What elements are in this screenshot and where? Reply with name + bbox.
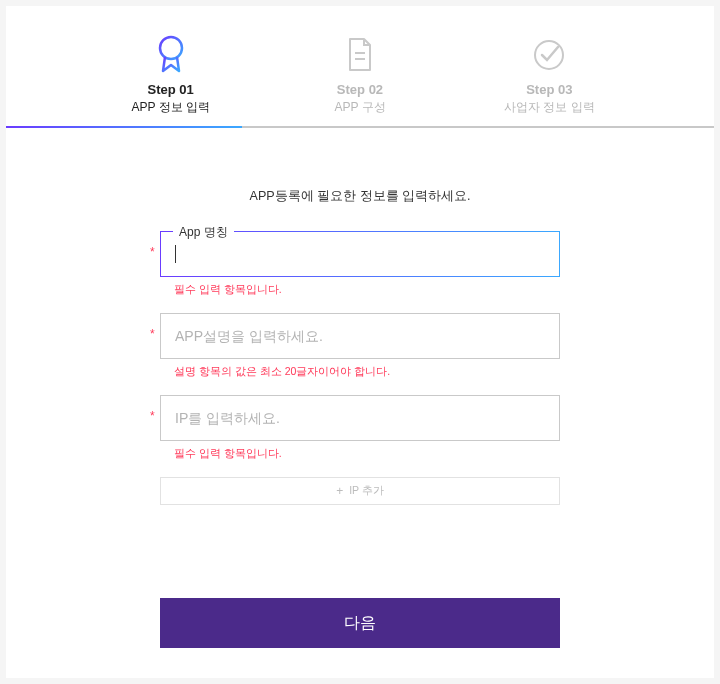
step-title: Step 02 <box>337 82 383 97</box>
app-name-input-wrapper[interactable]: App 명칭 <box>160 231 560 277</box>
form-intro: APP등록에 필요한 정보를 입력하세요. <box>160 188 560 205</box>
next-button-label: 다음 <box>344 614 376 631</box>
app-desc-input[interactable] <box>175 328 545 344</box>
svg-point-3 <box>535 41 563 69</box>
app-desc-input-wrapper[interactable] <box>160 313 560 359</box>
document-icon <box>345 34 375 76</box>
step-title: Step 03 <box>526 82 572 97</box>
step-subtitle: APP 구성 <box>334 99 385 116</box>
progress-bar <box>6 126 714 128</box>
step-subtitle: 사업자 정보 입력 <box>504 99 595 116</box>
app-desc-error: 설명 항목의 값은 최소 20글자이어야 합니다. <box>174 365 560 379</box>
field-app-name: * App 명칭 필수 입력 항목입니다. <box>160 231 560 297</box>
progress-fill <box>6 126 242 128</box>
ip-input[interactable] <box>175 410 545 426</box>
step-1: Step 01 APP 정보 입력 <box>76 34 265 116</box>
check-circle-icon <box>532 34 566 76</box>
required-marker: * <box>150 409 155 423</box>
step-title: Step 01 <box>148 82 194 97</box>
step-subtitle: APP 정보 입력 <box>131 99 209 116</box>
required-marker: * <box>150 327 155 341</box>
app-name-error: 필수 입력 항목입니다. <box>174 283 560 297</box>
add-ip-button[interactable]: + IP 추가 <box>160 477 560 505</box>
page: Step 01 APP 정보 입력 Step 02 APP 구성 <box>6 6 714 678</box>
required-marker: * <box>150 245 155 259</box>
svg-point-0 <box>160 37 182 59</box>
plus-icon: + <box>336 485 343 497</box>
app-name-label: App 명칭 <box>173 224 234 241</box>
field-app-desc: * 설명 항목의 값은 최소 20글자이어야 합니다. <box>160 313 560 379</box>
next-button[interactable]: 다음 <box>160 598 560 648</box>
step-2: Step 02 APP 구성 <box>265 34 454 116</box>
form: APP등록에 필요한 정보를 입력하세요. * App 명칭 필수 입력 항목입… <box>6 128 714 505</box>
ip-input-wrapper[interactable] <box>160 395 560 441</box>
add-ip-label: IP 추가 <box>349 484 384 498</box>
step-3: Step 03 사업자 정보 입력 <box>455 34 644 116</box>
ribbon-icon <box>156 34 186 76</box>
ip-error: 필수 입력 항목입니다. <box>174 447 560 461</box>
field-ip: * 필수 입력 항목입니다. <box>160 395 560 461</box>
stepper: Step 01 APP 정보 입력 Step 02 APP 구성 <box>6 6 714 116</box>
